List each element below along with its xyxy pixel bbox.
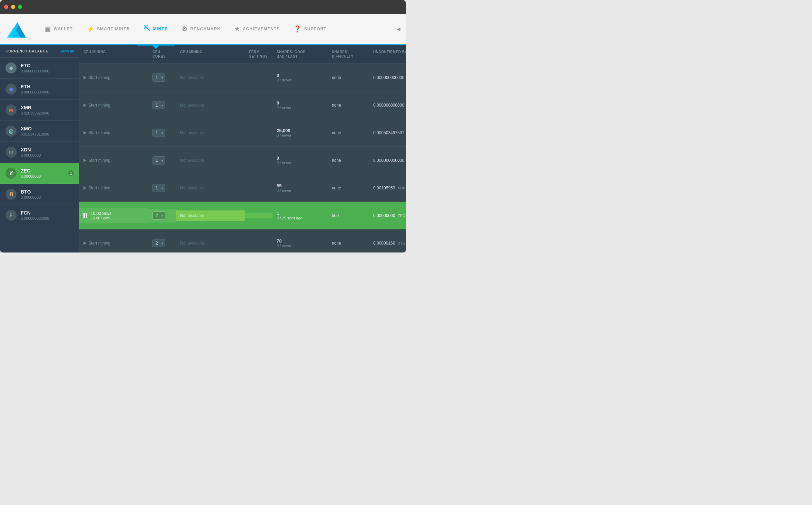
nav-item-miner[interactable]: ⛏ MINER (137, 13, 175, 44)
main-content: CURRENCY BALANCE Show all ◆ ETC 0.000000… (0, 45, 406, 253)
xmo-start-mining-button[interactable]: Start mining (83, 158, 110, 163)
xmo-shares: 0 0 / never (273, 153, 328, 168)
xdn-name: XDN (21, 147, 41, 152)
zec-speed: 10.00 Sol/s (91, 211, 111, 216)
play-icon (83, 131, 86, 135)
currency-item-eth[interactable]: ◆ ETH 0.000000000000 (0, 79, 79, 100)
zec-pause-button[interactable] (83, 213, 87, 218)
support-icon: ❓ (294, 25, 301, 33)
eth-amount: 0.000000000000 (373, 103, 404, 108)
maximize-button[interactable] (18, 5, 22, 9)
xmo-cores-select[interactable]: 124 (152, 156, 165, 165)
show-all-link[interactable]: Show all (59, 49, 74, 53)
btg-icon: Ƀ (6, 189, 17, 200)
etc-cores-select[interactable]: 124 (152, 73, 165, 82)
currency-item-xmr[interactable]: M XMR 0.020393920000 (0, 100, 79, 121)
xdn-cores-select[interactable]: 124 (152, 184, 165, 192)
currency-item-xmo[interactable]: ◎ XMO 0.015347010000 (0, 121, 79, 142)
etc-amount: 0.000000000000 (373, 75, 404, 80)
btg-name: BTG (21, 189, 41, 195)
eth-cores-select[interactable]: 124 (152, 101, 165, 109)
xmr-amount: 0.000503497537 (373, 130, 404, 135)
eth-cpu-mining: Start mining (79, 100, 148, 110)
zec-shares-good: 1 (277, 211, 324, 216)
xdn-difficulty: none (328, 183, 369, 193)
th-shares: SHARES: GOOD BAD / LAST (273, 48, 328, 60)
btg-shares: 78 0 / never (273, 236, 328, 250)
xdn-symbol: XDN (398, 186, 406, 190)
currency-item-xdn[interactable]: ⁞D XDN 0.00000000 (0, 142, 79, 163)
nav-label-miner: MINER (153, 27, 168, 31)
nav-item-benchmark[interactable]: ⚙ BENCHMARK (175, 13, 227, 44)
fcn-name: FCN (21, 210, 49, 216)
xdn-shares-bad: 0 / never (277, 188, 324, 192)
xmr-cpu-cores: 124 (148, 126, 176, 140)
xmo-ferm (245, 158, 273, 163)
xmo-shares-bad: 0 / never (277, 161, 324, 165)
xdn-unconfirmed: 0.00195959 XDN (369, 183, 406, 193)
btg-cores-select[interactable]: 214 (152, 239, 165, 247)
xmr-start-mining-button[interactable]: Start mining (83, 130, 110, 135)
xdn-start-mining-button[interactable]: Start mining (83, 186, 110, 190)
xdn-amount: 0.00195959 (373, 186, 395, 190)
xmo-shares-good: 0 (277, 156, 324, 161)
zec-symbol: ZEC (398, 214, 405, 218)
xdn-start-label: Start mining (88, 186, 110, 190)
th-cpu-cores: CPU CORES (148, 48, 176, 60)
nav-item-smart-miner[interactable]: ⚡ SMART MINER (80, 13, 137, 44)
zec-cpu-mining: 10.00 Sol/s 10.00 Sol/s (79, 208, 148, 223)
th-difficulty: SHARES DIFFICULTY (328, 48, 369, 60)
close-button[interactable] (4, 5, 8, 9)
etc-start-mining-button[interactable]: Start mining (83, 75, 110, 80)
eth-start-mining-button[interactable]: Start mining (83, 103, 110, 108)
table-row: Start mining 124 Not available (79, 119, 406, 147)
btg-unconfirmed: 0.00000166 BTG (369, 238, 406, 248)
btg-start-mining-button[interactable]: Start mining (83, 241, 110, 246)
table-row: 10.00 Sol/s 10.00 Sol/s 214 (79, 202, 406, 229)
mining-table: CPU MINING CPU CORES GPU MINING FERM SET… (79, 45, 406, 253)
minimize-button[interactable] (11, 5, 15, 9)
zec-info: ZEC 0.00000000 (21, 168, 41, 178)
xmr-ferm (245, 130, 273, 136)
nav-label-benchmark: BENCHMARK (190, 27, 221, 31)
zec-ferm (245, 213, 273, 218)
xmr-cores-select[interactable]: 124 (152, 129, 165, 137)
xmo-start-label: Start mining (88, 158, 110, 163)
sidebar-header: CURRENCY BALANCE Show all (0, 45, 79, 58)
eth-unconfirmed: 0.000000000000 ETH (369, 100, 406, 110)
xmr-shares-good: 25,009 (277, 128, 324, 133)
xmo-icon: ◎ (6, 126, 17, 137)
collapse-button[interactable]: ◀ (397, 26, 400, 32)
xmr-cpu-mining: Start mining (79, 128, 148, 138)
table-row: Start mining 214 Not available (79, 229, 406, 253)
btg-info: BTG 0.00000000 (21, 189, 41, 199)
btg-symbol: BTG (398, 241, 406, 245)
zec-cores-select[interactable]: 214 (152, 211, 165, 220)
xdn-icon: ⁞D (6, 147, 17, 158)
eth-info: ETH 0.000000000000 (21, 84, 49, 94)
fcn-balance: 0.000000000000 (21, 216, 49, 220)
nav-item-wallet[interactable]: ▣ WALLET (38, 13, 80, 44)
play-icon (83, 103, 86, 107)
xmr-difficulty: none (328, 128, 369, 138)
btg-balance: 0.00000000 (21, 195, 41, 199)
btg-ferm (245, 240, 273, 246)
play-icon (83, 76, 86, 79)
xmr-balance: 0.020393920000 (21, 111, 49, 115)
nav-label-wallet: WALLET (54, 27, 73, 31)
currency-balance-label: CURRENCY BALANCE (6, 49, 48, 53)
btg-cpu-mining: Start mining (79, 238, 148, 248)
currency-item-zec[interactable]: Ƶ ZEC 0.00000000 1 (0, 163, 79, 184)
currency-item-etc[interactable]: ◆ ETC 0.000000000000 (0, 58, 79, 79)
th-ferm-settings: FERM SETTINGS (245, 48, 273, 60)
zec-icon: Ƶ (6, 168, 17, 179)
nav-item-support[interactable]: ❓ SUPPORT (287, 13, 334, 44)
btg-cpu-cores: 214 (148, 236, 176, 250)
titlebar (0, 0, 406, 14)
etc-difficulty: none (328, 72, 369, 83)
currency-item-fcn[interactable]: F FCN 0.000000000000 (0, 205, 79, 226)
miner-icon: ⛏ (144, 25, 150, 32)
xdn-gpu-mining: Not available (176, 183, 245, 193)
nav-item-achievements[interactable]: ★ ACHIEVEMENTS (227, 13, 287, 44)
currency-item-btg[interactable]: Ƀ BTG 0.00000000 (0, 184, 79, 205)
